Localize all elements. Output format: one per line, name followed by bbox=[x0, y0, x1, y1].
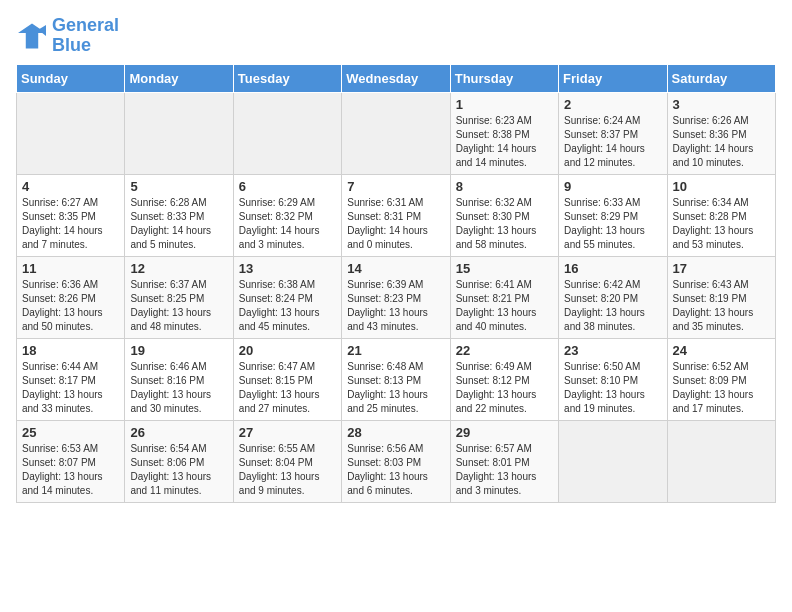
calendar-cell: 7Sunrise: 6:31 AM Sunset: 8:31 PM Daylig… bbox=[342, 174, 450, 256]
calendar-cell: 19Sunrise: 6:46 AM Sunset: 8:16 PM Dayli… bbox=[125, 338, 233, 420]
day-number: 11 bbox=[22, 261, 119, 276]
logo-icon bbox=[16, 22, 48, 50]
weekday-header-thursday: Thursday bbox=[450, 64, 558, 92]
day-info: Sunrise: 6:31 AM Sunset: 8:31 PM Dayligh… bbox=[347, 196, 444, 252]
day-number: 24 bbox=[673, 343, 770, 358]
calendar-cell: 6Sunrise: 6:29 AM Sunset: 8:32 PM Daylig… bbox=[233, 174, 341, 256]
calendar-cell bbox=[559, 420, 667, 502]
weekday-header-tuesday: Tuesday bbox=[233, 64, 341, 92]
day-info: Sunrise: 6:44 AM Sunset: 8:17 PM Dayligh… bbox=[22, 360, 119, 416]
calendar-cell: 16Sunrise: 6:42 AM Sunset: 8:20 PM Dayli… bbox=[559, 256, 667, 338]
day-number: 10 bbox=[673, 179, 770, 194]
day-info: Sunrise: 6:38 AM Sunset: 8:24 PM Dayligh… bbox=[239, 278, 336, 334]
calendar-cell: 26Sunrise: 6:54 AM Sunset: 8:06 PM Dayli… bbox=[125, 420, 233, 502]
calendar-cell: 23Sunrise: 6:50 AM Sunset: 8:10 PM Dayli… bbox=[559, 338, 667, 420]
calendar-cell: 14Sunrise: 6:39 AM Sunset: 8:23 PM Dayli… bbox=[342, 256, 450, 338]
calendar-cell: 25Sunrise: 6:53 AM Sunset: 8:07 PM Dayli… bbox=[17, 420, 125, 502]
calendar-cell: 29Sunrise: 6:57 AM Sunset: 8:01 PM Dayli… bbox=[450, 420, 558, 502]
day-number: 12 bbox=[130, 261, 227, 276]
day-info: Sunrise: 6:57 AM Sunset: 8:01 PM Dayligh… bbox=[456, 442, 553, 498]
day-info: Sunrise: 6:50 AM Sunset: 8:10 PM Dayligh… bbox=[564, 360, 661, 416]
day-number: 22 bbox=[456, 343, 553, 358]
calendar-cell: 10Sunrise: 6:34 AM Sunset: 8:28 PM Dayli… bbox=[667, 174, 775, 256]
day-info: Sunrise: 6:49 AM Sunset: 8:12 PM Dayligh… bbox=[456, 360, 553, 416]
day-info: Sunrise: 6:37 AM Sunset: 8:25 PM Dayligh… bbox=[130, 278, 227, 334]
header: General Blue bbox=[16, 16, 776, 56]
day-number: 23 bbox=[564, 343, 661, 358]
calendar-cell: 22Sunrise: 6:49 AM Sunset: 8:12 PM Dayli… bbox=[450, 338, 558, 420]
day-number: 18 bbox=[22, 343, 119, 358]
day-info: Sunrise: 6:32 AM Sunset: 8:30 PM Dayligh… bbox=[456, 196, 553, 252]
calendar-cell bbox=[125, 92, 233, 174]
calendar-cell: 17Sunrise: 6:43 AM Sunset: 8:19 PM Dayli… bbox=[667, 256, 775, 338]
day-info: Sunrise: 6:24 AM Sunset: 8:37 PM Dayligh… bbox=[564, 114, 661, 170]
calendar-cell: 21Sunrise: 6:48 AM Sunset: 8:13 PM Dayli… bbox=[342, 338, 450, 420]
day-info: Sunrise: 6:55 AM Sunset: 8:04 PM Dayligh… bbox=[239, 442, 336, 498]
calendar-cell bbox=[17, 92, 125, 174]
weekday-header-saturday: Saturday bbox=[667, 64, 775, 92]
calendar-cell: 27Sunrise: 6:55 AM Sunset: 8:04 PM Dayli… bbox=[233, 420, 341, 502]
weekday-header-wednesday: Wednesday bbox=[342, 64, 450, 92]
calendar-cell: 8Sunrise: 6:32 AM Sunset: 8:30 PM Daylig… bbox=[450, 174, 558, 256]
weekday-header-friday: Friday bbox=[559, 64, 667, 92]
calendar-cell: 13Sunrise: 6:38 AM Sunset: 8:24 PM Dayli… bbox=[233, 256, 341, 338]
calendar-cell: 20Sunrise: 6:47 AM Sunset: 8:15 PM Dayli… bbox=[233, 338, 341, 420]
calendar-cell: 3Sunrise: 6:26 AM Sunset: 8:36 PM Daylig… bbox=[667, 92, 775, 174]
day-number: 29 bbox=[456, 425, 553, 440]
day-info: Sunrise: 6:27 AM Sunset: 8:35 PM Dayligh… bbox=[22, 196, 119, 252]
day-number: 8 bbox=[456, 179, 553, 194]
week-row-1: 1Sunrise: 6:23 AM Sunset: 8:38 PM Daylig… bbox=[17, 92, 776, 174]
day-info: Sunrise: 6:48 AM Sunset: 8:13 PM Dayligh… bbox=[347, 360, 444, 416]
day-number: 14 bbox=[347, 261, 444, 276]
day-info: Sunrise: 6:36 AM Sunset: 8:26 PM Dayligh… bbox=[22, 278, 119, 334]
day-info: Sunrise: 6:46 AM Sunset: 8:16 PM Dayligh… bbox=[130, 360, 227, 416]
calendar-cell: 11Sunrise: 6:36 AM Sunset: 8:26 PM Dayli… bbox=[17, 256, 125, 338]
day-number: 9 bbox=[564, 179, 661, 194]
day-number: 20 bbox=[239, 343, 336, 358]
day-number: 25 bbox=[22, 425, 119, 440]
day-info: Sunrise: 6:54 AM Sunset: 8:06 PM Dayligh… bbox=[130, 442, 227, 498]
day-number: 5 bbox=[130, 179, 227, 194]
week-row-2: 4Sunrise: 6:27 AM Sunset: 8:35 PM Daylig… bbox=[17, 174, 776, 256]
calendar-cell: 18Sunrise: 6:44 AM Sunset: 8:17 PM Dayli… bbox=[17, 338, 125, 420]
day-info: Sunrise: 6:42 AM Sunset: 8:20 PM Dayligh… bbox=[564, 278, 661, 334]
logo: General Blue bbox=[16, 16, 119, 56]
day-number: 3 bbox=[673, 97, 770, 112]
week-row-5: 25Sunrise: 6:53 AM Sunset: 8:07 PM Dayli… bbox=[17, 420, 776, 502]
day-number: 2 bbox=[564, 97, 661, 112]
calendar-cell: 1Sunrise: 6:23 AM Sunset: 8:38 PM Daylig… bbox=[450, 92, 558, 174]
week-row-3: 11Sunrise: 6:36 AM Sunset: 8:26 PM Dayli… bbox=[17, 256, 776, 338]
day-number: 1 bbox=[456, 97, 553, 112]
day-number: 6 bbox=[239, 179, 336, 194]
calendar-table: SundayMondayTuesdayWednesdayThursdayFrid… bbox=[16, 64, 776, 503]
logo-text: General Blue bbox=[52, 16, 119, 56]
svg-marker-1 bbox=[38, 25, 46, 36]
day-info: Sunrise: 6:29 AM Sunset: 8:32 PM Dayligh… bbox=[239, 196, 336, 252]
day-number: 27 bbox=[239, 425, 336, 440]
calendar-cell bbox=[233, 92, 341, 174]
calendar-cell bbox=[342, 92, 450, 174]
day-info: Sunrise: 6:41 AM Sunset: 8:21 PM Dayligh… bbox=[456, 278, 553, 334]
calendar-cell: 2Sunrise: 6:24 AM Sunset: 8:37 PM Daylig… bbox=[559, 92, 667, 174]
day-number: 21 bbox=[347, 343, 444, 358]
day-number: 17 bbox=[673, 261, 770, 276]
day-number: 4 bbox=[22, 179, 119, 194]
calendar-cell: 28Sunrise: 6:56 AM Sunset: 8:03 PM Dayli… bbox=[342, 420, 450, 502]
day-info: Sunrise: 6:23 AM Sunset: 8:38 PM Dayligh… bbox=[456, 114, 553, 170]
weekday-header-sunday: Sunday bbox=[17, 64, 125, 92]
day-number: 28 bbox=[347, 425, 444, 440]
day-number: 26 bbox=[130, 425, 227, 440]
day-number: 16 bbox=[564, 261, 661, 276]
day-info: Sunrise: 6:56 AM Sunset: 8:03 PM Dayligh… bbox=[347, 442, 444, 498]
day-number: 19 bbox=[130, 343, 227, 358]
day-info: Sunrise: 6:39 AM Sunset: 8:23 PM Dayligh… bbox=[347, 278, 444, 334]
day-info: Sunrise: 6:28 AM Sunset: 8:33 PM Dayligh… bbox=[130, 196, 227, 252]
day-info: Sunrise: 6:33 AM Sunset: 8:29 PM Dayligh… bbox=[564, 196, 661, 252]
day-info: Sunrise: 6:43 AM Sunset: 8:19 PM Dayligh… bbox=[673, 278, 770, 334]
day-number: 7 bbox=[347, 179, 444, 194]
day-number: 13 bbox=[239, 261, 336, 276]
day-info: Sunrise: 6:47 AM Sunset: 8:15 PM Dayligh… bbox=[239, 360, 336, 416]
calendar-cell: 9Sunrise: 6:33 AM Sunset: 8:29 PM Daylig… bbox=[559, 174, 667, 256]
calendar-cell: 5Sunrise: 6:28 AM Sunset: 8:33 PM Daylig… bbox=[125, 174, 233, 256]
calendar-cell: 15Sunrise: 6:41 AM Sunset: 8:21 PM Dayli… bbox=[450, 256, 558, 338]
